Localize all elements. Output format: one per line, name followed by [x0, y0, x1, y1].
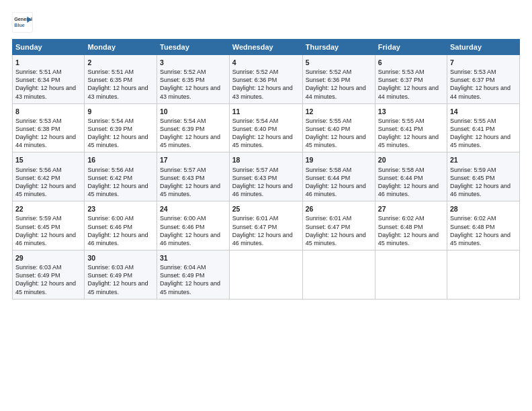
day-number: 13 — [378, 107, 444, 116]
sunset-text: Sunset: 6:37 PM — [450, 77, 495, 83]
sunrise-text: Sunrise: 5:57 AM — [232, 167, 279, 173]
calendar-week-row: 8Sunrise: 5:53 AMSunset: 6:38 PMDaylight… — [13, 103, 520, 152]
daylight-text: Daylight: 12 hours and 45 minutes. — [160, 280, 220, 295]
calendar-cell: 11Sunrise: 5:54 AMSunset: 6:40 PMDayligh… — [229, 103, 302, 152]
daylight-text: Daylight: 12 hours and 45 minutes. — [15, 183, 76, 197]
sunset-text: Sunset: 6:45 PM — [450, 175, 495, 181]
calendar-table: SundayMondayTuesdayWednesdayThursdayFrid… — [12, 39, 520, 300]
svg-text:Blue: Blue — [14, 22, 25, 28]
daylight-text: Daylight: 12 hours and 46 minutes. — [232, 232, 293, 246]
calendar-cell: 24Sunrise: 6:00 AMSunset: 6:46 PMDayligh… — [157, 201, 230, 250]
sunset-text: Sunset: 6:42 PM — [15, 175, 60, 181]
calendar-cell: 8Sunrise: 5:53 AMSunset: 6:38 PMDaylight… — [13, 103, 85, 152]
calendar-cell: 22Sunrise: 5:59 AMSunset: 6:45 PMDayligh… — [13, 201, 85, 250]
calendar-cell: 18Sunrise: 5:57 AMSunset: 6:43 PMDayligh… — [229, 152, 302, 201]
sunrise-text: Sunrise: 5:53 AM — [450, 68, 496, 75]
calendar-cell: 26Sunrise: 6:01 AMSunset: 6:47 PMDayligh… — [302, 201, 375, 250]
calendar-cell: 25Sunrise: 6:01 AMSunset: 6:47 PMDayligh… — [229, 201, 302, 250]
calendar-week-row: 15Sunrise: 5:56 AMSunset: 6:42 PMDayligh… — [13, 152, 520, 201]
daylight-text: Daylight: 12 hours and 45 minutes. — [450, 134, 511, 148]
sunset-text: Sunset: 6:37 PM — [378, 77, 423, 83]
calendar-cell: 13Sunrise: 5:55 AMSunset: 6:41 PMDayligh… — [375, 103, 447, 152]
daylight-text: Daylight: 12 hours and 46 minutes. — [232, 183, 293, 197]
sunset-text: Sunset: 6:46 PM — [87, 224, 132, 230]
daylight-text: Daylight: 12 hours and 46 minutes. — [378, 183, 439, 197]
day-number: 6 — [378, 58, 444, 67]
sunset-text: Sunset: 6:49 PM — [160, 272, 205, 279]
daylight-text: Daylight: 12 hours and 45 minutes. — [450, 232, 511, 246]
sunrise-text: Sunrise: 6:02 AM — [378, 215, 425, 222]
sunset-text: Sunset: 6:49 PM — [87, 272, 132, 279]
day-number: 1 — [15, 58, 81, 67]
sunset-text: Sunset: 6:47 PM — [232, 224, 277, 230]
weekday-header: Friday — [375, 40, 447, 55]
sunrise-text: Sunrise: 5:52 AM — [306, 68, 352, 75]
sunrise-text: Sunrise: 5:59 AM — [450, 167, 496, 173]
day-number: 29 — [15, 253, 81, 263]
calendar-cell: 23Sunrise: 6:00 AMSunset: 6:46 PMDayligh… — [85, 201, 157, 250]
sunset-text: Sunset: 6:41 PM — [378, 126, 423, 132]
day-number: 11 — [232, 107, 300, 116]
daylight-text: Daylight: 12 hours and 45 minutes. — [306, 232, 366, 246]
daylight-text: Daylight: 12 hours and 45 minutes. — [87, 280, 148, 295]
sunrise-text: Sunrise: 6:03 AM — [15, 264, 62, 271]
sunrise-text: Sunrise: 5:54 AM — [232, 118, 279, 124]
sunset-text: Sunset: 6:39 PM — [87, 126, 132, 132]
daylight-text: Daylight: 12 hours and 43 minutes. — [15, 85, 76, 99]
daylight-text: Daylight: 12 hours and 46 minutes. — [87, 232, 148, 246]
sunrise-text: Sunrise: 5:58 AM — [378, 167, 425, 173]
day-number: 5 — [306, 58, 372, 67]
sunset-text: Sunset: 6:45 PM — [15, 224, 60, 230]
sunset-text: Sunset: 6:44 PM — [306, 175, 351, 181]
calendar-cell: 20Sunrise: 5:58 AMSunset: 6:44 PMDayligh… — [375, 152, 447, 201]
calendar-cell: 2Sunrise: 5:51 AMSunset: 6:35 PMDaylight… — [85, 55, 157, 104]
day-number: 4 — [232, 58, 300, 67]
day-number: 21 — [450, 155, 517, 165]
sunset-text: Sunset: 6:36 PM — [306, 77, 351, 83]
day-number: 28 — [450, 204, 517, 214]
daylight-text: Daylight: 12 hours and 43 minutes. — [232, 85, 293, 99]
daylight-text: Daylight: 12 hours and 45 minutes. — [87, 183, 148, 197]
daylight-text: Daylight: 12 hours and 45 minutes. — [160, 134, 220, 148]
sunrise-text: Sunrise: 5:54 AM — [160, 118, 206, 124]
sunrise-text: Sunrise: 6:00 AM — [160, 215, 206, 222]
sunrise-text: Sunrise: 5:53 AM — [15, 118, 62, 124]
sunset-text: Sunset: 6:41 PM — [450, 126, 495, 132]
day-number: 14 — [450, 107, 517, 116]
daylight-text: Daylight: 12 hours and 45 minutes. — [232, 134, 293, 148]
calendar-cell: 14Sunrise: 5:55 AMSunset: 6:41 PMDayligh… — [447, 103, 519, 152]
sunrise-text: Sunrise: 5:55 AM — [450, 118, 496, 124]
daylight-text: Daylight: 12 hours and 44 minutes. — [378, 85, 439, 99]
calendar-week-row: 22Sunrise: 5:59 AMSunset: 6:45 PMDayligh… — [13, 201, 520, 250]
sunset-text: Sunset: 6:46 PM — [160, 224, 205, 230]
page: General Blue SundayMondayTuesdayWednesda… — [0, 0, 532, 411]
calendar-cell — [375, 250, 447, 299]
day-number: 22 — [15, 204, 81, 214]
weekday-header: Saturday — [447, 40, 519, 55]
day-number: 15 — [15, 155, 81, 165]
sunset-text: Sunset: 6:38 PM — [15, 126, 60, 132]
sunset-text: Sunset: 6:44 PM — [378, 175, 423, 181]
day-number: 23 — [87, 204, 154, 214]
daylight-text: Daylight: 12 hours and 43 minutes. — [160, 85, 220, 99]
day-number: 27 — [378, 204, 444, 214]
sunrise-text: Sunrise: 5:55 AM — [378, 118, 425, 124]
daylight-text: Daylight: 12 hours and 45 minutes. — [87, 134, 148, 148]
logo-icon: General Blue — [12, 12, 34, 34]
calendar-cell: 4Sunrise: 5:52 AMSunset: 6:36 PMDaylight… — [229, 55, 302, 104]
sunset-text: Sunset: 6:42 PM — [87, 175, 132, 181]
day-number: 17 — [160, 155, 226, 165]
sunrise-text: Sunrise: 5:56 AM — [15, 167, 62, 173]
header-row: SundayMondayTuesdayWednesdayThursdayFrid… — [13, 40, 520, 55]
sunrise-text: Sunrise: 5:51 AM — [15, 68, 62, 75]
weekday-header: Thursday — [302, 40, 375, 55]
daylight-text: Daylight: 12 hours and 45 minutes. — [160, 183, 220, 197]
calendar-week-row: 1Sunrise: 5:51 AMSunset: 6:34 PMDaylight… — [13, 55, 520, 104]
calendar-cell: 6Sunrise: 5:53 AMSunset: 6:37 PMDaylight… — [375, 55, 447, 104]
calendar-cell: 5Sunrise: 5:52 AMSunset: 6:36 PMDaylight… — [302, 55, 375, 104]
day-number: 16 — [87, 155, 154, 165]
calendar-cell — [447, 250, 519, 299]
weekday-header: Tuesday — [157, 40, 230, 55]
calendar-cell: 7Sunrise: 5:53 AMSunset: 6:37 PMDaylight… — [447, 55, 519, 104]
daylight-text: Daylight: 12 hours and 46 minutes. — [306, 183, 366, 197]
